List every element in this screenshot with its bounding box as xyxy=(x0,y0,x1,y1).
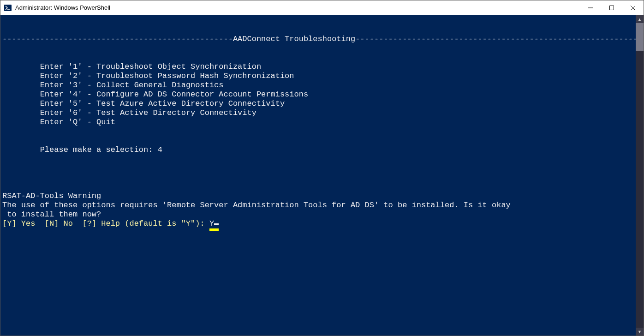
powershell-window: Administrator: Windows PowerShell ------… xyxy=(0,0,644,336)
minimize-button[interactable] xyxy=(580,0,601,15)
menu-indent xyxy=(2,81,40,90)
menu-item: Enter '3' - Collect General Diagnostics xyxy=(40,81,224,90)
maximize-icon xyxy=(609,6,614,10)
warning-body: The use of these options requires 'Remot… xyxy=(2,201,511,210)
confirm-input: Y xyxy=(209,219,214,228)
window-title: Administrator: Windows PowerShell xyxy=(15,4,580,11)
window-controls xyxy=(580,0,644,15)
menu-indent xyxy=(2,145,40,155)
minimize-icon xyxy=(588,6,593,10)
menu-item: Enter 'Q' - Quit xyxy=(40,118,115,126)
powershell-icon xyxy=(4,4,12,12)
scroll-track[interactable] xyxy=(636,23,644,328)
header-dashes-right: ----------------------------------------… xyxy=(355,35,636,43)
menu-indent xyxy=(2,62,40,72)
svg-rect-3 xyxy=(610,6,614,10)
warning-body: to install them now? xyxy=(2,210,101,219)
menu-item: Enter '2' - Troubleshoot Password Hash S… xyxy=(40,72,294,80)
warning-title: RSAT-AD-Tools Warning xyxy=(2,192,101,200)
confirm-prompt: [Y] Yes [N] No [?] Help (default is "Y")… xyxy=(2,219,209,228)
selection-prompt: Please make a selection: xyxy=(40,145,158,154)
menu-item: Enter '5' - Test Azure Active Directory … xyxy=(40,99,285,108)
scroll-thumb[interactable] xyxy=(636,23,644,51)
selection-value: 4 xyxy=(158,145,162,154)
scrollbar[interactable]: ▲ ▼ xyxy=(636,15,644,336)
close-icon xyxy=(631,6,635,10)
menu-item: Enter '6' - Test Active Directory Connec… xyxy=(40,108,256,117)
menu-indent xyxy=(2,99,40,108)
maximize-button[interactable] xyxy=(601,0,622,15)
menu-indent xyxy=(2,90,40,99)
header-dashes-left: ----------------------------------------… xyxy=(2,35,233,43)
menu-item: Enter '1' - Troubleshoot Object Synchron… xyxy=(40,62,261,71)
scroll-down-arrow[interactable]: ▼ xyxy=(636,328,644,336)
menu-item: Enter '4' - Configure AD DS Connector Ac… xyxy=(40,90,309,99)
cursor xyxy=(214,223,219,225)
menu-indent xyxy=(2,118,40,127)
close-button[interactable] xyxy=(622,0,644,15)
console-area: ----------------------------------------… xyxy=(0,15,644,336)
scroll-up-arrow[interactable]: ▲ xyxy=(636,15,644,23)
titlebar[interactable]: Administrator: Windows PowerShell xyxy=(0,0,644,15)
menu-indent xyxy=(2,72,40,81)
menu-indent xyxy=(2,108,40,118)
console-output[interactable]: ----------------------------------------… xyxy=(0,15,636,336)
header-title: AADConnect Troubleshooting xyxy=(233,35,355,43)
